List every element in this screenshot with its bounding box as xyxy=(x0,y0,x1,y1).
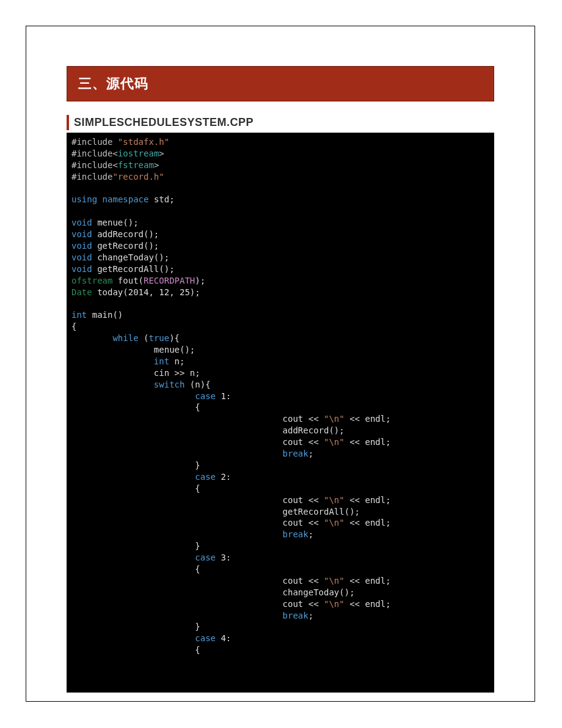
section-title-banner: 三、源代码 xyxy=(67,66,494,101)
file-title: SIMPLESCHEDULESYSTEM.CPP xyxy=(67,115,494,130)
page-content: 三、源代码 SIMPLESCHEDULESYSTEM.CPP #include … xyxy=(67,66,494,693)
code-block: #include "stdafx.h" #include<iostream> #… xyxy=(67,133,494,693)
